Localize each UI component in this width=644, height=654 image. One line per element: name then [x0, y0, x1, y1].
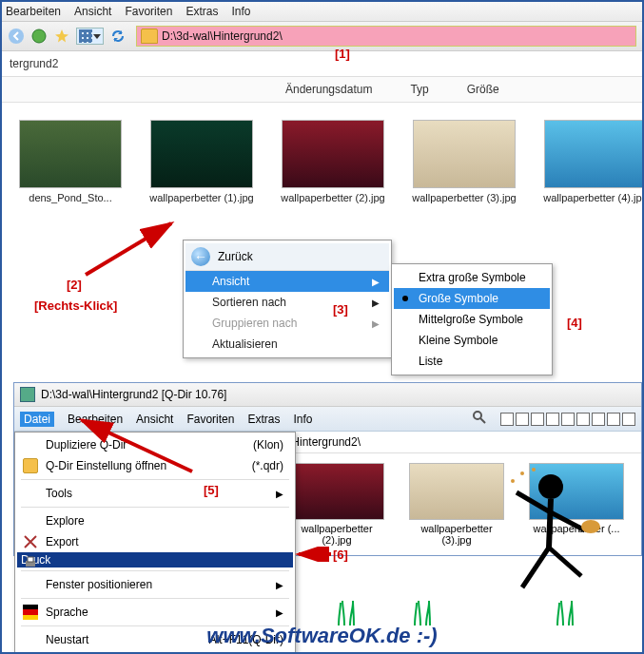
fm-tools[interactable]: Tools▶ — [17, 483, 293, 504]
breadcrumb[interactable]: tergrund2 — [2, 51, 642, 77]
folder-icon — [141, 29, 158, 44]
file-thumb[interactable]: dens_Pond_Sto... — [19, 120, 122, 203]
col-date[interactable]: Änderungsdatum — [285, 83, 372, 96]
file-caption: wallpaperbetter (2).jpg — [281, 192, 384, 203]
thumbnail-row: dens_Pond_Sto... wallpaperbetter (1).jpg… — [2, 103, 642, 207]
view-extra-large[interactable]: Extra große Symbole — [394, 267, 550, 288]
refresh-icon[interactable] — [109, 28, 127, 45]
file-caption: wallpaperbetter (3).jpg — [412, 192, 516, 203]
svg-point-19 — [532, 468, 536, 471]
svg-point-16 — [581, 520, 600, 533]
qmenu-info[interactable]: Info — [293, 413, 312, 426]
context-menu: ← Zurück Ansicht▶ Sortieren nach▶ Gruppi… — [183, 240, 392, 358]
view-submenu: Extra große Symbole Große Symbole Mittel… — [391, 263, 553, 375]
column-headers: Änderungsdatum Typ Größe — [2, 77, 642, 103]
file-thumb[interactable]: wallpaperbetter (2).jpg — [289, 463, 384, 546]
address-bar[interactable]: D:\3d-wal\Hintergrund2\ — [136, 26, 636, 47]
anno-1: [1] — [335, 47, 350, 61]
ctx-ansicht[interactable]: Ansicht▶ — [185, 271, 389, 292]
file-thumb[interactable]: wallpaperbetter (2).jpg — [282, 120, 384, 203]
file-thumb[interactable]: wallpaperbetter (4).jpg — [544, 120, 644, 203]
view-small[interactable]: Kleine Symbole — [394, 330, 550, 351]
context-back-label: Zurück — [218, 250, 253, 263]
qdir-title-text: D:\3d-wal\Hintergrund2 [Q-Dir 10.76] — [41, 388, 226, 401]
svg-line-14 — [522, 548, 549, 587]
file-caption: wallpaperbetter (1).jpg — [149, 192, 253, 203]
star-icon[interactable] — [53, 28, 70, 45]
grass-icon — [411, 597, 434, 625]
view-list[interactable]: Liste — [394, 351, 550, 372]
ctx-sortieren[interactable]: Sortieren nach▶ — [185, 292, 389, 313]
svg-point-0 — [9, 29, 24, 44]
address-path: D:\3d-wal\Hintergrund2\ — [162, 29, 283, 43]
svg-point-18 — [520, 471, 524, 475]
export-icon — [23, 534, 38, 549]
file-thumb[interactable]: wallpaperbetter (1).jpg — [150, 120, 253, 203]
view-medium[interactable]: Mittelgroße Symbole — [394, 309, 550, 330]
menu-ansicht[interactable]: Ansicht — [74, 5, 111, 18]
menu-bearbeiten[interactable]: Bearbeiten — [6, 5, 61, 18]
anno-5: [5] — [204, 483, 219, 497]
qmenu-datei[interactable]: Datei — [20, 412, 54, 427]
qdir-tab-label[interactable]: \Hintergrund2\ — [288, 435, 361, 449]
svg-line-7 — [86, 223, 171, 275]
fm-language[interactable]: Sprache▶ — [17, 602, 293, 623]
ctx-gruppieren: Gruppieren nach▶ — [185, 313, 389, 334]
svg-line-15 — [549, 548, 581, 576]
file-thumb[interactable]: wallpaperbetter (3).jpg — [409, 463, 504, 546]
red-arrow-icon — [68, 413, 202, 479]
svg-point-17 — [511, 479, 515, 483]
red-arrow-icon — [295, 547, 333, 562]
file-caption: dens_Pond_Sto... — [29, 192, 111, 203]
explorer-toolbar: D:\3d-wal\Hintergrund2\ — [2, 22, 642, 51]
anno-4: [4] — [567, 316, 582, 330]
ctx-aktualisieren[interactable]: Aktualisieren — [185, 334, 389, 355]
col-size[interactable]: Größe — [467, 83, 499, 96]
grass-icon — [554, 597, 576, 625]
red-arrow-icon — [78, 216, 183, 282]
file-thumb[interactable]: wallpaperbetter (3).jpg — [413, 120, 516, 203]
svg-line-11 — [549, 499, 551, 548]
fm-explore[interactable]: Explore — [17, 510, 293, 531]
qmenu-extras[interactable]: Extras — [247, 413, 280, 426]
nav-back-icon[interactable] — [8, 28, 25, 45]
svg-line-4 — [480, 418, 485, 423]
menu-favoriten[interactable]: Favoriten — [125, 5, 172, 18]
print-icon — [23, 555, 38, 570]
context-back[interactable]: ← Zurück — [185, 243, 389, 271]
anno-6: [6] — [333, 548, 348, 562]
menu-extras[interactable]: Extras — [185, 5, 218, 18]
col-type[interactable]: Typ — [410, 83, 428, 96]
anno-3: [3] — [333, 302, 348, 317]
view-large[interactable]: Große Symbole — [394, 288, 550, 309]
svg-line-13 — [549, 511, 585, 530]
qdir-titlebar: D:\3d-wal\Hintergrund2 [Q-Dir 10.76] — [14, 383, 641, 407]
qdir-logo-icon — [20, 387, 35, 402]
anno-2b: [Rechts-Klick] — [34, 298, 117, 313]
svg-point-10 — [538, 474, 563, 499]
magnifier-icon[interactable] — [472, 410, 487, 428]
svg-rect-6 — [28, 557, 33, 562]
grass-icon — [335, 597, 358, 625]
footer-url: www.SoftwareOK.de :-) — [2, 624, 642, 648]
svg-point-3 — [474, 412, 481, 419]
col-name[interactable] — [10, 83, 247, 96]
file-caption: wallpaperbetter (4).jpg — [543, 192, 644, 203]
folder-icon — [23, 458, 38, 473]
back-arrow-icon: ← — [191, 247, 210, 266]
layout-buttons[interactable] — [500, 413, 635, 426]
globe-icon[interactable] — [30, 28, 48, 45]
fm-export[interactable]: Export — [17, 531, 293, 552]
radio-dot-icon — [402, 296, 408, 301]
fm-print[interactable]: Druck — [17, 552, 293, 567]
menu-info[interactable]: Info — [231, 5, 250, 18]
grid-icon — [79, 29, 92, 43]
stickman-icon — [494, 464, 608, 606]
flag-icon — [23, 605, 38, 620]
caret-icon — [93, 34, 101, 39]
fm-position-window[interactable]: Fenster positionieren▶ — [17, 574, 293, 595]
view-mode-dropdown[interactable] — [76, 28, 104, 45]
svg-line-8 — [82, 420, 192, 471]
explorer-menubar: Bearbeiten Ansicht Favoriten Extras Info — [2, 2, 642, 22]
